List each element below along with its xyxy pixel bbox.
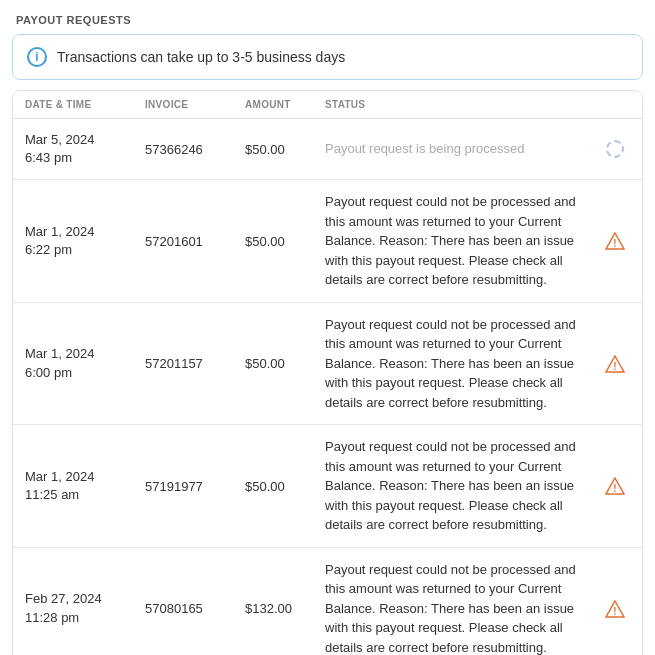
table-row: Mar 1, 2024 11:25 am 57191977 $50.00 Pay…	[13, 425, 642, 548]
warning-icon: !	[605, 354, 625, 374]
cell-icon: !	[600, 231, 630, 251]
cell-status: Payout request could not be processed an…	[325, 560, 600, 655]
cell-status: Payout request could not be processed an…	[325, 315, 600, 413]
table-row: Mar 1, 2024 6:00 pm 57201157 $50.00 Payo…	[13, 303, 642, 426]
header-amount: AMOUNT	[245, 99, 325, 110]
header-status: STATUS	[325, 99, 600, 110]
cell-icon: !	[600, 476, 630, 496]
cell-date: Mar 1, 2024 6:00 pm	[25, 345, 145, 381]
cell-icon: !	[600, 599, 630, 619]
cell-amount: $50.00	[245, 234, 325, 249]
payout-table: DATE & TIME INVOICE AMOUNT STATUS Mar 5,…	[12, 90, 643, 655]
info-icon: i	[27, 47, 47, 67]
svg-text:!: !	[613, 238, 616, 249]
table-row: Feb 27, 2024 11:28 pm 57080165 $132.00 P…	[13, 548, 642, 655]
cell-status: Payout request could not be processed an…	[325, 192, 600, 290]
cell-amount: $50.00	[245, 142, 325, 157]
info-banner: i Transactions can take up to 3-5 busine…	[12, 34, 643, 80]
cell-amount: $50.00	[245, 479, 325, 494]
cell-amount: $50.00	[245, 356, 325, 371]
warning-icon: !	[605, 476, 625, 496]
cell-invoice: 57201601	[145, 234, 245, 249]
svg-text:!: !	[613, 361, 616, 372]
cell-icon: !	[600, 354, 630, 374]
cell-status: Payout request is being processed	[325, 139, 600, 159]
info-banner-text: Transactions can take up to 3-5 business…	[57, 49, 345, 65]
header-invoice: INVOICE	[145, 99, 245, 110]
cell-amount: $132.00	[245, 601, 325, 616]
cell-invoice: 57080165	[145, 601, 245, 616]
page-container: PAYOUT REQUESTS i Transactions can take …	[0, 0, 655, 655]
svg-text:!: !	[613, 483, 616, 494]
cell-status: Payout request could not be processed an…	[325, 437, 600, 535]
svg-text:!: !	[613, 606, 616, 617]
cell-icon	[600, 140, 630, 158]
cell-date: Feb 27, 2024 11:28 pm	[25, 590, 145, 626]
cell-invoice: 57191977	[145, 479, 245, 494]
table-row: Mar 5, 2024 6:43 pm 57366246 $50.00 Payo…	[13, 119, 642, 180]
warning-icon: !	[605, 231, 625, 251]
page-title: PAYOUT REQUESTS	[0, 0, 655, 34]
spinner-icon	[606, 140, 624, 158]
header-date: DATE & TIME	[25, 99, 145, 110]
cell-date: Mar 1, 2024 6:22 pm	[25, 223, 145, 259]
cell-invoice: 57201157	[145, 356, 245, 371]
table-row: Mar 1, 2024 6:22 pm 57201601 $50.00 Payo…	[13, 180, 642, 303]
warning-icon: !	[605, 599, 625, 619]
table-header: DATE & TIME INVOICE AMOUNT STATUS	[13, 91, 642, 119]
cell-date: Mar 5, 2024 6:43 pm	[25, 131, 145, 167]
cell-invoice: 57366246	[145, 142, 245, 157]
header-icon-spacer	[600, 99, 630, 110]
cell-date: Mar 1, 2024 11:25 am	[25, 468, 145, 504]
